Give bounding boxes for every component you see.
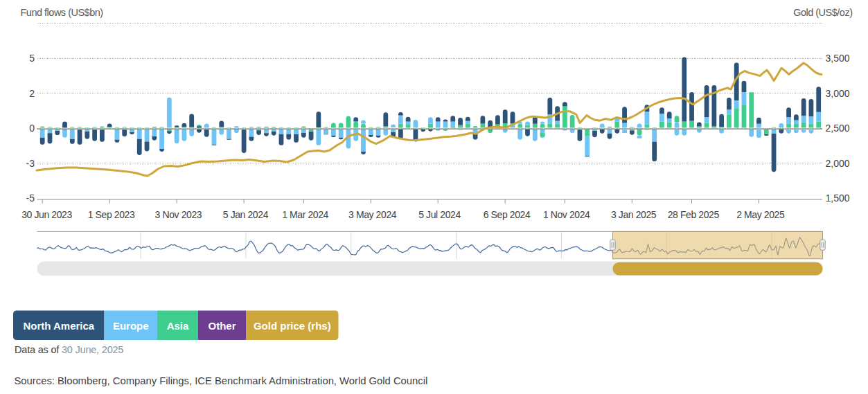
svg-text:30 Jun 2023: 30 Jun 2023 — [21, 209, 72, 220]
svg-text:3 May 2024: 3 May 2024 — [348, 209, 397, 220]
svg-text:5 Jan 2024: 5 Jan 2024 — [223, 209, 269, 220]
svg-text:2,500: 2,500 — [826, 123, 850, 134]
svg-text:2: 2 — [29, 88, 35, 99]
svg-text:Gold price (rhs): Gold price (rhs) — [254, 320, 331, 332]
svg-text:Fund flows (US$bn): Fund flows (US$bn) — [21, 7, 103, 18]
svg-text:1 Nov 2024: 1 Nov 2024 — [543, 209, 590, 220]
svg-text:6 Sep 2024: 6 Sep 2024 — [484, 209, 531, 220]
svg-text:3,500: 3,500 — [826, 53, 850, 64]
svg-text:5 Jul 2024: 5 Jul 2024 — [418, 209, 461, 220]
svg-text:Asia: Asia — [167, 320, 189, 332]
svg-text:28 Feb 2025: 28 Feb 2025 — [668, 209, 720, 220]
svg-text:-5: -5 — [26, 192, 35, 204]
svg-text:Other: Other — [208, 320, 236, 332]
svg-text:2,000: 2,000 — [826, 158, 850, 169]
svg-text:Europe: Europe — [113, 320, 149, 332]
svg-text:2 May 2025: 2 May 2025 — [736, 209, 785, 220]
svg-text:3 Nov 2023: 3 Nov 2023 — [155, 209, 202, 220]
svg-text:3,000: 3,000 — [826, 88, 850, 99]
svg-text:3 Jan 2025: 3 Jan 2025 — [611, 209, 657, 220]
svg-text:Sources: Bloomberg, Company Fi: Sources: Bloomberg, Company Filings, ICE… — [15, 375, 428, 386]
svg-text:Gold (US$/oz): Gold (US$/oz) — [793, 7, 852, 18]
svg-text:Data as of 30 June, 2025: Data as of 30 June, 2025 — [15, 344, 123, 355]
svg-text:1 Mar 2024: 1 Mar 2024 — [282, 209, 328, 220]
svg-text:-3: -3 — [26, 158, 35, 169]
svg-text:1,500: 1,500 — [826, 192, 850, 204]
svg-text:North America: North America — [23, 320, 94, 332]
svg-text:1 Sep 2023: 1 Sep 2023 — [88, 209, 135, 220]
svg-text:0: 0 — [29, 123, 35, 134]
svg-text:5: 5 — [29, 53, 35, 64]
